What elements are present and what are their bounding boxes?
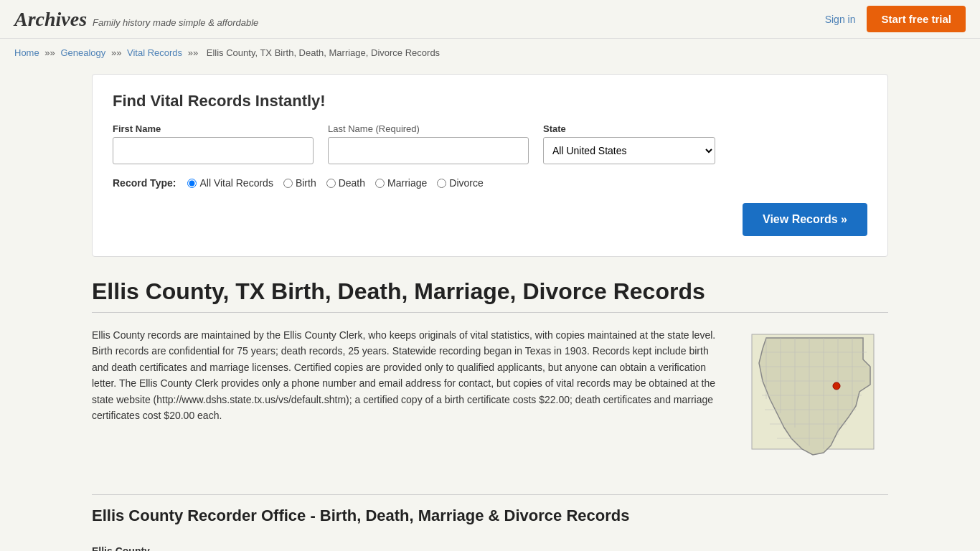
breadcrumb-sep2: »» [111, 47, 124, 58]
content-section: Ellis County records are maintained by t… [92, 320, 888, 473]
header-left: Archives Family history made simple & af… [14, 8, 258, 31]
recorder-title: Ellis County Recorder Office - Birth, De… [92, 494, 888, 531]
first-name-group: First Name [113, 123, 314, 164]
radio-marriage-label: Marriage [387, 177, 427, 189]
header-right: Sign in Start free trial [825, 6, 966, 32]
radio-all-vital-input[interactable] [187, 179, 197, 188]
site-logo: Archives [14, 8, 87, 31]
state-label: State [543, 123, 715, 134]
state-group: State All United States Texas California… [543, 123, 715, 164]
radio-divorce-input[interactable] [437, 179, 446, 188]
radio-divorce[interactable]: Divorce [437, 177, 483, 189]
search-title: Find Vital Records Instantly! [113, 92, 867, 110]
search-btn-row: View Records » [113, 203, 867, 236]
radio-death[interactable]: Death [326, 177, 365, 189]
radio-birth-label: Birth [296, 177, 316, 189]
recorder-section: Ellis County Recorder Office - Birth, De… [92, 494, 888, 551]
radio-death-label: Death [339, 177, 365, 189]
radio-all-vital-label: All Vital Records [199, 177, 273, 189]
breadcrumb-sep3: »» [188, 47, 201, 58]
view-records-button[interactable]: View Records » [743, 203, 867, 236]
breadcrumb-home[interactable]: Home [14, 47, 39, 58]
last-name-input[interactable] [328, 137, 529, 164]
sign-in-link[interactable]: Sign in [825, 14, 856, 25]
address-block: Ellis County PO Box 250 Waxahachie, TX 7… [92, 542, 888, 551]
radio-marriage[interactable]: Marriage [375, 177, 427, 189]
breadcrumb-genealogy[interactable]: Genealogy [60, 47, 105, 58]
texas-map [745, 327, 888, 471]
radio-birth-input[interactable] [283, 179, 293, 188]
breadcrumb-vital-records[interactable]: Vital Records [127, 47, 182, 58]
breadcrumb: Home »» Genealogy »» Vital Records »» El… [0, 39, 980, 67]
last-name-required: (Required) [376, 123, 420, 134]
radio-group: All Vital Records Birth Death Marriage D… [187, 177, 483, 189]
content-description: Ellis County records are maintained by t… [92, 327, 723, 473]
radio-marriage-input[interactable] [375, 179, 385, 188]
first-name-input[interactable] [113, 137, 314, 164]
radio-all-vital[interactable]: All Vital Records [187, 177, 273, 189]
record-type-label: Record Type: [113, 177, 176, 189]
map-container [745, 327, 888, 473]
start-trial-button[interactable]: Start free trial [867, 6, 966, 32]
radio-divorce-label: Divorce [449, 177, 483, 189]
last-name-label: Last Name (Required) [328, 123, 529, 134]
radio-birth[interactable]: Birth [283, 177, 316, 189]
page-title: Ellis County, TX Birth, Death, Marriage,… [92, 278, 888, 313]
site-header: Archives Family history made simple & af… [0, 0, 980, 39]
county-name: Ellis County [92, 545, 150, 551]
last-name-group: Last Name (Required) [328, 123, 529, 164]
first-name-label: First Name [113, 123, 314, 134]
main-content: Find Vital Records Instantly! First Name… [77, 67, 903, 551]
search-fields: First Name Last Name (Required) State Al… [113, 123, 867, 164]
state-select[interactable]: All United States Texas California New Y… [543, 137, 715, 164]
breadcrumb-current: Ellis County, TX Birth, Death, Marriage,… [207, 47, 440, 58]
search-box: Find Vital Records Instantly! First Name… [92, 74, 888, 257]
svg-point-15 [833, 382, 840, 390]
breadcrumb-sep1: »» [44, 47, 57, 58]
record-type-row: Record Type: All Vital Records Birth Dea… [113, 177, 867, 189]
site-tagline: Family history made simple & affordable [93, 17, 258, 28]
radio-death-input[interactable] [326, 179, 336, 188]
